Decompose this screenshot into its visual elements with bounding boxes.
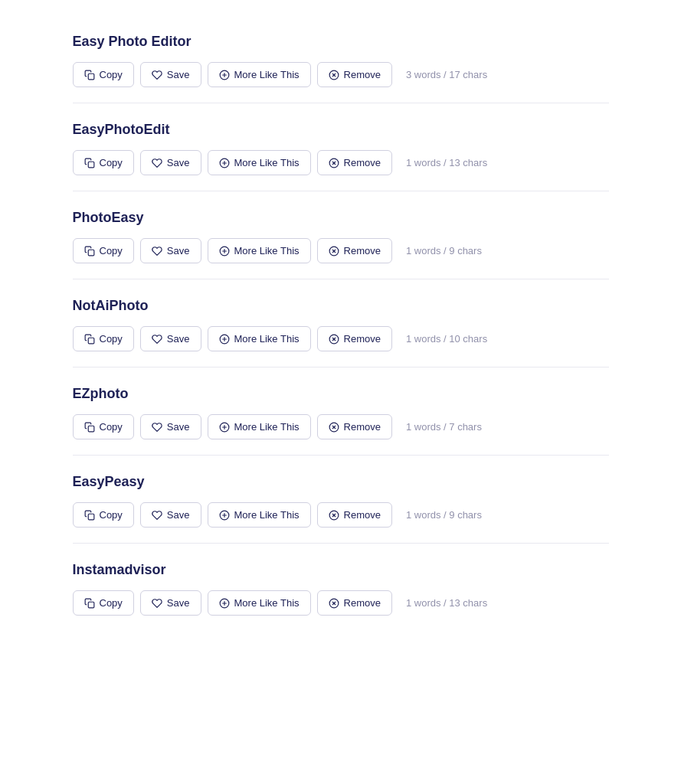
item-title: NotAiPhoto	[73, 298, 609, 314]
more-like-this-label: More Like This	[234, 69, 300, 80]
more-like-this-button[interactable]: More Like This	[208, 326, 311, 351]
more-like-this-label: More Like This	[234, 509, 300, 521]
save-label: Save	[167, 157, 190, 168]
item-actions: Copy Save More Like This	[73, 590, 609, 616]
word-count: 3 words / 17 chars	[406, 69, 487, 80]
item-title: Instamadvisor	[73, 562, 609, 578]
heart-icon	[152, 334, 162, 345]
save-label: Save	[167, 509, 190, 521]
remove-button[interactable]: Remove	[317, 502, 392, 528]
heart-icon	[152, 422, 162, 433]
remove-button[interactable]: Remove	[317, 414, 392, 439]
item-title: PhotoEasy	[73, 210, 609, 226]
item-card: PhotoEasy Copy Save	[73, 191, 609, 279]
copy-button[interactable]: Copy	[73, 502, 134, 528]
word-count: 1 words / 10 chars	[406, 333, 487, 345]
remove-label: Remove	[344, 333, 381, 345]
copy-icon	[84, 422, 95, 433]
item-title: EZphoto	[73, 386, 609, 402]
remove-icon	[329, 598, 339, 609]
more-like-this-button[interactable]: More Like This	[208, 238, 311, 263]
copy-label: Copy	[100, 69, 123, 80]
remove-button[interactable]: Remove	[317, 238, 392, 263]
copy-button[interactable]: Copy	[73, 414, 134, 439]
main-container: Easy Photo Editor Copy Save	[50, 0, 632, 646]
remove-label: Remove	[344, 69, 381, 80]
svg-rect-42	[88, 602, 94, 608]
save-label: Save	[167, 245, 190, 256]
word-count: 1 words / 7 chars	[406, 421, 482, 433]
copy-icon	[84, 510, 95, 521]
remove-button[interactable]: Remove	[317, 62, 392, 87]
more-like-this-button[interactable]: More Like This	[208, 590, 311, 616]
remove-label: Remove	[344, 509, 381, 521]
word-count: 1 words / 13 chars	[406, 157, 487, 168]
save-button[interactable]: Save	[140, 590, 201, 616]
svg-rect-21	[88, 338, 94, 344]
remove-button[interactable]: Remove	[317, 150, 392, 175]
heart-icon	[152, 598, 162, 609]
remove-icon	[329, 246, 339, 256]
copy-label: Copy	[100, 333, 123, 345]
save-button[interactable]: Save	[140, 238, 201, 263]
save-button[interactable]: Save	[140, 62, 201, 87]
copy-icon	[84, 70, 95, 80]
remove-label: Remove	[344, 157, 381, 168]
save-button[interactable]: Save	[140, 326, 201, 351]
more-like-this-label: More Like This	[234, 157, 300, 168]
save-label: Save	[167, 69, 190, 80]
heart-icon	[152, 246, 162, 256]
more-like-this-button[interactable]: More Like This	[208, 414, 311, 439]
save-button[interactable]: Save	[140, 150, 201, 175]
copy-button[interactable]: Copy	[73, 326, 134, 351]
more-like-this-button[interactable]: More Like This	[208, 502, 311, 528]
plus-circle-icon	[219, 422, 230, 433]
remove-icon	[329, 422, 339, 433]
remove-button[interactable]: Remove	[317, 326, 392, 351]
save-button[interactable]: Save	[140, 502, 201, 528]
svg-rect-28	[88, 426, 94, 432]
copy-label: Copy	[100, 597, 123, 609]
copy-icon	[84, 246, 95, 256]
copy-icon	[84, 334, 95, 345]
more-like-this-button[interactable]: More Like This	[208, 150, 311, 175]
items-list: Easy Photo Editor Copy Save	[73, 15, 609, 631]
item-actions: Copy Save More Like This	[73, 62, 609, 87]
copy-button[interactable]: Copy	[73, 238, 134, 263]
remove-label: Remove	[344, 245, 381, 256]
more-like-this-label: More Like This	[234, 597, 300, 609]
copy-label: Copy	[100, 245, 123, 256]
item-card: EasyPeasy Copy Save	[73, 456, 609, 544]
copy-label: Copy	[100, 157, 123, 168]
item-card: EasyPhotoEdit Copy Save	[73, 103, 609, 191]
remove-icon	[329, 510, 339, 521]
item-card: Easy Photo Editor Copy Save	[73, 15, 609, 103]
word-count: 1 words / 9 chars	[406, 509, 482, 521]
save-button[interactable]: Save	[140, 414, 201, 439]
more-like-this-label: More Like This	[234, 333, 300, 345]
copy-label: Copy	[100, 509, 123, 521]
heart-icon	[152, 510, 162, 521]
heart-icon	[152, 70, 162, 80]
save-label: Save	[167, 333, 190, 345]
svg-rect-35	[88, 514, 94, 520]
item-actions: Copy Save More Like This	[73, 150, 609, 175]
remove-icon	[329, 158, 339, 168]
copy-button[interactable]: Copy	[73, 62, 134, 87]
item-title: EasyPhotoEdit	[73, 122, 609, 138]
plus-circle-icon	[219, 70, 230, 80]
plus-circle-icon	[219, 246, 230, 256]
plus-circle-icon	[219, 510, 230, 521]
remove-button[interactable]: Remove	[317, 590, 392, 616]
more-like-this-button[interactable]: More Like This	[208, 62, 311, 87]
word-count: 1 words / 9 chars	[406, 245, 482, 256]
copy-button[interactable]: Copy	[73, 590, 134, 616]
svg-rect-0	[88, 74, 94, 80]
copy-icon	[84, 598, 95, 609]
plus-circle-icon	[219, 334, 230, 345]
copy-button[interactable]: Copy	[73, 150, 134, 175]
item-card: EZphoto Copy Save	[73, 368, 609, 456]
item-card: Instamadvisor Copy Save	[73, 544, 609, 631]
svg-rect-7	[88, 162, 94, 168]
remove-icon	[329, 334, 339, 345]
